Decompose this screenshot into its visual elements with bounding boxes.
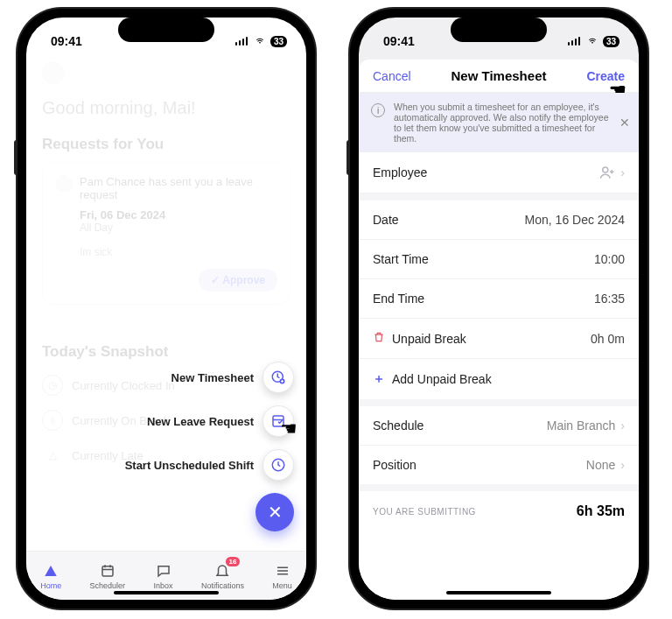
create-label: Create [586, 69, 625, 83]
battery-icon: 33 [603, 36, 620, 47]
fab-leave-label: New Leave Request [147, 415, 254, 428]
modal-title: New Timesheet [452, 68, 547, 83]
greeting-name: Mai! [163, 98, 196, 117]
employee-label: Employee [373, 165, 427, 179]
menu-icon [274, 562, 291, 580]
tab-inbox[interactable]: Inbox [153, 562, 172, 590]
create-button[interactable]: Create ☚ [586, 69, 625, 83]
tab-scheduler-label: Scheduler [90, 581, 126, 590]
tab-menu-label: Menu [272, 581, 292, 590]
warning-icon: △ [42, 445, 63, 466]
fab-timesheet-row[interactable]: New Timesheet [172, 362, 294, 393]
person-add-icon [599, 165, 615, 180]
unpaid-value: 0h 0m [591, 332, 625, 346]
fab-menu: New Timesheet New Leave Request ☚ Start … [125, 362, 294, 531]
tab-notifications[interactable]: Notifications [201, 562, 244, 590]
trash-icon[interactable] [373, 331, 385, 346]
signal-icon [568, 37, 582, 46]
snapshot-title: Today's Snapshot [42, 343, 290, 361]
unscheduled-shift-icon[interactable] [262, 449, 294, 481]
svg-point-5 [603, 167, 608, 172]
tab-home-label: Home [40, 581, 61, 590]
tab-menu[interactable]: Menu [272, 562, 292, 590]
info-banner: i When you submit a timesheet for an emp… [359, 93, 639, 152]
info-text: When you submit a timesheet for an emplo… [394, 102, 626, 144]
fab-leave-row[interactable]: New Leave Request ☚ [147, 405, 294, 437]
fab-close-button[interactable]: ✕ [256, 493, 294, 531]
fab-timesheet-label: New Timesheet [172, 371, 254, 384]
fab-shift-label: Start Unscheduled Shift [125, 459, 254, 472]
leave-request-icon[interactable] [262, 405, 294, 437]
row-end-time[interactable]: End Time 16:35 [359, 279, 639, 319]
row-add-unpaid[interactable]: ＋ Add Unpaid Break [359, 359, 639, 399]
tab-home[interactable]: Home [40, 562, 61, 590]
timesheet-form: Employee › Date Mon, 16 Dec 2024 Start T… [359, 152, 639, 531]
status-time: 09:41 [51, 34, 82, 48]
start-value: 10:00 [594, 252, 625, 266]
modal-header: Cancel New Timesheet Create ☚ [359, 60, 639, 93]
cancel-button[interactable]: Cancel [373, 69, 411, 83]
greeting: Good morning, Mai! [42, 98, 290, 118]
row-unpaid-break[interactable]: Unpaid Break 0h 0m [359, 319, 639, 359]
start-label: Start Time [373, 252, 429, 266]
tab-inbox-label: Inbox [153, 581, 172, 590]
schedule-label: Schedule [373, 419, 424, 433]
chevron-icon: › [620, 165, 625, 179]
clock-icon: ◷ [42, 375, 63, 396]
end-label: End Time [373, 292, 424, 306]
date-value: Mon, 16 Dec 2024 [525, 213, 625, 227]
tab-scheduler[interactable]: Scheduler [90, 562, 126, 590]
add-unpaid-label: Add Unpaid Break [392, 372, 492, 386]
bell-icon [214, 562, 231, 580]
home-indicator [114, 591, 219, 594]
request-note: Im sick [80, 246, 277, 258]
row-schedule[interactable]: Schedule Main Branch › [359, 399, 639, 446]
status-right: 33 [568, 36, 620, 47]
close-icon[interactable]: ✕ [620, 116, 630, 130]
calendar-icon [99, 562, 116, 580]
timesheet-icon[interactable] [262, 362, 294, 393]
screen-new-timesheet: 09:41 33 Cancel New Timesheet Create ☚ i… [359, 18, 639, 600]
info-icon: i [371, 103, 385, 117]
screen-home: 09:41 33 Good morning, Mai! Requests for… [26, 18, 306, 600]
status-right: 33 [235, 36, 287, 47]
request-duration: All Day [80, 222, 277, 234]
notch [118, 18, 214, 42]
modal-sheet: Cancel New Timesheet Create ☚ i When you… [359, 60, 639, 600]
home-indicator [446, 591, 551, 594]
submitting-label: YOU ARE SUBMITTING [373, 507, 476, 517]
wifi-icon [254, 37, 266, 46]
request-date: Fri, 06 Dec 2024 [80, 208, 277, 222]
wifi-icon [586, 37, 598, 46]
user-avatar [42, 61, 65, 84]
status-time: 09:41 [383, 34, 415, 48]
chat-icon [155, 562, 172, 580]
end-value: 16:35 [594, 292, 625, 306]
phone-left: 09:41 33 Good morning, Mai! Requests for… [18, 9, 315, 608]
submitting-value: 6h 35m [577, 503, 625, 519]
greeting-prefix: Good morning, [42, 98, 158, 117]
fab-shift-row[interactable]: Start Unscheduled Shift [125, 449, 294, 481]
notch [451, 18, 547, 42]
phone-right: 09:41 33 Cancel New Timesheet Create ☚ i… [350, 9, 648, 608]
position-label: Position [373, 458, 416, 472]
signal-icon [235, 37, 249, 46]
row-employee[interactable]: Employee › [359, 152, 639, 193]
chevron-icon: › [620, 458, 625, 472]
date-label: Date [373, 213, 399, 227]
row-start-time[interactable]: Start Time 10:00 [359, 240, 639, 279]
row-date[interactable]: Date Mon, 16 Dec 2024 [359, 193, 639, 240]
pause-icon: ॥ [42, 410, 63, 431]
battery-icon: 33 [270, 36, 287, 47]
approve-button[interactable]: ✓ Approve [199, 269, 277, 292]
unpaid-label: Unpaid Break [392, 332, 466, 346]
row-submitting: YOU ARE SUBMITTING 6h 35m [359, 484, 639, 531]
position-value: None [586, 458, 615, 472]
svg-rect-4 [102, 566, 113, 575]
plus-icon: ＋ [373, 371, 385, 387]
tab-notifications-label: Notifications [201, 581, 244, 590]
chevron-icon: › [620, 419, 625, 433]
row-position[interactable]: Position None › [359, 446, 639, 484]
requester-avatar [55, 175, 73, 193]
requests-title: Requests for You [42, 136, 290, 153]
